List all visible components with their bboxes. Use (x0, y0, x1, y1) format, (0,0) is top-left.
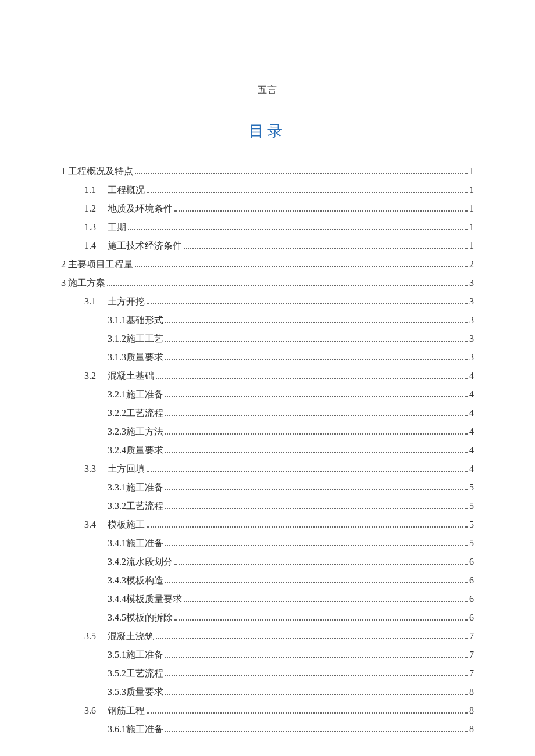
toc-entry-page: 3 (469, 329, 474, 348)
toc-entry-page: 3 (469, 311, 474, 329)
toc-entry-page: 4 (469, 385, 474, 404)
toc-entry-label: 3.4.5模板的拆除 (108, 608, 173, 627)
toc-entry[interactable]: 3.2.1施工准备4 (61, 385, 474, 404)
toc-entry-text: 钢筋工程 (108, 705, 145, 715)
toc-entry[interactable]: 3.3土方回填4 (61, 460, 474, 478)
toc-entry-label: 3.1土方开挖 (84, 292, 145, 311)
toc-entry-label: 3.1.1基础形式 (108, 311, 163, 329)
toc-entry-label: 3.2.4质量要求 (108, 441, 163, 460)
toc-entry-text: 模板质量要求 (126, 594, 182, 604)
toc-leader-dots (128, 229, 468, 230)
toc-entry-page: 7 (469, 627, 474, 646)
toc-entry-page: 6 (469, 608, 474, 627)
toc-leader-dots (156, 378, 468, 379)
toc-entry-text: 施工准备 (126, 482, 163, 492)
toc-entry-number: 1 (61, 166, 66, 176)
toc-entry[interactable]: 2 主要项目工程量2 (61, 255, 474, 274)
toc-entry[interactable]: 1.3工期1 (61, 218, 474, 237)
toc-entry-number: 3.2.4 (108, 445, 126, 455)
toc-entry-page: 1 (469, 181, 474, 199)
toc-entry[interactable]: 3.4.5模板的拆除6 (61, 608, 474, 627)
toc-entry-label: 3.6.1施工准备 (108, 720, 163, 739)
toc-entry-label: 3.3.1施工准备 (108, 478, 163, 497)
toc-entry[interactable]: 3.6钢筋工程8 (61, 701, 474, 720)
toc-entry-text: 质量要求 (126, 687, 163, 697)
toc-entry[interactable]: 3.5.2工艺流程7 (61, 664, 474, 683)
toc-entry-label: 3.5.2工艺流程 (108, 664, 163, 683)
toc-entry-text: 工艺流程 (126, 408, 163, 418)
toc-entry[interactable]: 3.4.3模板构造6 (61, 571, 474, 590)
toc-entry-text: 土方开挖 (108, 296, 145, 306)
toc-entry-number: 3.4 (84, 515, 108, 534)
toc-entry-number: 3.1.2 (108, 334, 126, 343)
toc-leader-dots (135, 266, 468, 267)
toc-entry-text: 质量要求 (126, 352, 163, 362)
toc-entry-page: 8 (469, 720, 474, 739)
toc-entry[interactable]: 1.4施工技术经济条件1 (61, 237, 474, 255)
toc-entry[interactable]: 3.5混凝土浇筑7 (61, 627, 474, 646)
toc-entry-text: 施工准备 (126, 724, 163, 734)
toc-leader-dots (174, 619, 468, 621)
toc-entry-number: 3.3.2 (108, 501, 126, 511)
toc-entry-text: 工艺流程 (126, 668, 163, 678)
toc-entry-text: 施工准备 (126, 650, 163, 660)
toc-leader-dots (147, 303, 468, 304)
toc-entry-label: 3.2混凝土基础 (84, 367, 154, 385)
toc-entry-label: 3.4模板施工 (84, 515, 145, 534)
toc-entry-text: 流水段划分 (126, 557, 173, 567)
toc-entry-label: 3.4.1施工准备 (108, 534, 163, 553)
toc-entry-number: 3.1.1 (108, 315, 126, 325)
toc-entry-number: 1.4 (84, 237, 108, 255)
toc-entry-text: 工艺流程 (126, 501, 163, 511)
toc-entry[interactable]: 3.6.1施工准备8 (61, 720, 474, 739)
toc-entry[interactable]: 1.1工程概况1 (61, 181, 474, 199)
toc-entry-label: 3.4.3模板构造 (108, 571, 163, 590)
toc-entry-label: 1.1工程概况 (84, 181, 145, 199)
toc-leader-dots (184, 601, 468, 602)
toc-entry-label: 2 主要项目工程量 (61, 255, 133, 274)
toc-entry[interactable]: 3.3.1施工准备5 (61, 478, 474, 497)
toc-entry[interactable]: 3.4.4模板质量要求6 (61, 590, 474, 608)
toc-entry[interactable]: 3.4模板施工5 (61, 515, 474, 534)
toc-entry[interactable]: 3.3.2工艺流程5 (61, 497, 474, 515)
toc-entry-text: 模板施工 (108, 519, 145, 529)
toc-entry[interactable]: 3.1土方开挖3 (61, 292, 474, 311)
toc-entry-text: 施工准备 (126, 538, 163, 548)
toc-entry[interactable]: 3.5.3质量要求8 (61, 683, 474, 701)
toc-entry[interactable]: 3.1.2施工工艺3 (61, 329, 474, 348)
toc-leader-dots (165, 341, 468, 342)
toc-entry-text: 土方回填 (108, 464, 145, 474)
toc-entry-label: 3.1.3质量要求 (108, 348, 163, 367)
toc-entry-number: 3.2.2 (108, 408, 126, 418)
toc-entry-page: 3 (469, 274, 474, 292)
toc-entry-number: 3.2.1 (108, 389, 126, 399)
toc-entry-text: 工期 (108, 222, 126, 232)
toc-entry-page: 6 (469, 571, 474, 590)
toc-entry-page: 1 (469, 218, 474, 237)
toc-leader-dots (165, 415, 468, 416)
toc-leader-dots (165, 508, 468, 509)
toc-entry[interactable]: 3.5.1施工准备7 (61, 646, 474, 664)
toc-entry[interactable]: 1.2地质及环境条件1 (61, 199, 474, 218)
toc-entry[interactable]: 3.2混凝土基础4 (61, 367, 474, 385)
toc-entry[interactable]: 3.4.1施工准备5 (61, 534, 474, 553)
toc-entry-label: 3.5.3质量要求 (108, 683, 163, 701)
toc-leader-dots (147, 526, 468, 528)
toc-entry[interactable]: 3 施工方案3 (61, 274, 474, 292)
toc-entry-page: 1 (469, 162, 474, 181)
toc-entry-label: 3.5.1施工准备 (108, 646, 163, 664)
toc-entry[interactable]: 3.2.4质量要求4 (61, 441, 474, 460)
toc-entry[interactable]: 3.1.1基础形式3 (61, 311, 474, 329)
toc-entry[interactable]: 3.2.2工艺流程4 (61, 404, 474, 422)
toc-entry[interactable]: 3.4.2流水段划分6 (61, 553, 474, 571)
toc-entry-number: 3.5.2 (108, 668, 126, 678)
toc-entry[interactable]: 1 工程概况及特点1 (61, 162, 474, 181)
toc-entry-number: 3.3.1 (108, 482, 126, 492)
toc-entry-label: 3.6钢筋工程 (84, 701, 145, 720)
toc-list: 1 工程概况及特点11.1工程概况11.2地质及环境条件11.3工期11.4施工… (61, 162, 474, 739)
toc-entry[interactable]: 3.1.3质量要求3 (61, 348, 474, 367)
toc-entry-text: 模板的拆除 (126, 612, 173, 622)
toc-leader-dots (174, 564, 468, 565)
toc-entry[interactable]: 3.2.3施工方法4 (61, 422, 474, 441)
toc-entry-page: 7 (469, 646, 474, 664)
